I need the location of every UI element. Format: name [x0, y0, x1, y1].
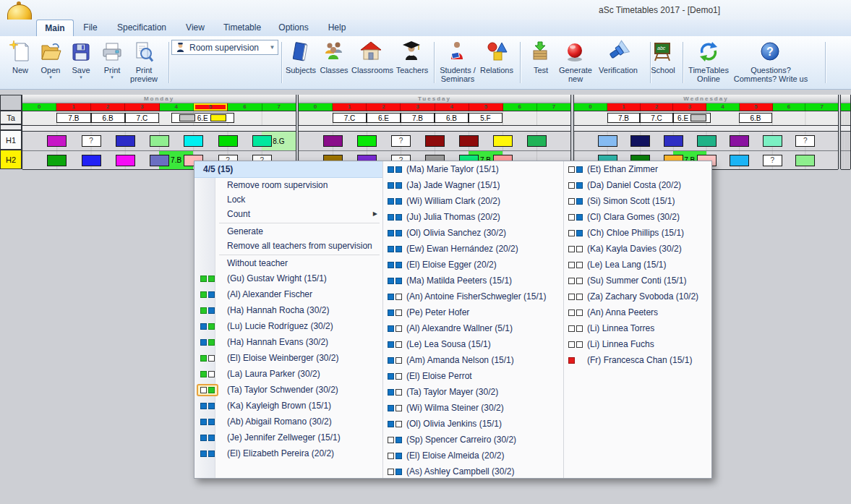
duty-box[interactable]	[697, 135, 717, 147]
duty-box[interactable]	[795, 155, 815, 166]
period-header-cell[interactable]: 0	[574, 103, 607, 111]
teacher-menu-item[interactable]: (As) Ashley Campbell (30/2)	[383, 464, 563, 478]
duty-box[interactable]	[763, 135, 782, 147]
duty-box[interactable]	[598, 135, 617, 147]
teacher-menu-item[interactable]: (Ka) Kayleigh Brown (15/1)	[194, 398, 382, 414]
relations-button[interactable]: Relations	[480, 39, 513, 74]
period-header-cell[interactable]: 0	[22, 103, 56, 111]
teacher-menu-item[interactable]: (Si) Simon Scott (15/1)	[564, 193, 713, 209]
duty-box[interactable]	[493, 135, 513, 147]
classroom-cell[interactable]: 7.C	[333, 113, 367, 123]
teacher-menu-item[interactable]: (Ta) Taylor Mayer (30/2)	[383, 384, 563, 400]
period-header-cell[interactable]: 3	[673, 103, 706, 111]
classes-button[interactable]: Classes	[318, 39, 350, 74]
classroom-swatch[interactable]	[210, 114, 226, 121]
tab-specification[interactable]: Specification	[108, 20, 175, 35]
classroom-swatch[interactable]	[179, 114, 195, 121]
menu-item-generate[interactable]: Generate	[194, 224, 382, 239]
open-button[interactable]: Open ▾	[36, 39, 65, 80]
duty-box-unknown[interactable]: ?	[391, 135, 411, 147]
teacher-menu-item[interactable]: (Ch) Chloe Phillips (15/1)	[564, 225, 713, 241]
test-button[interactable]: Test	[526, 39, 555, 74]
save-dropdown-arrow-icon[interactable]: ▾	[67, 74, 95, 80]
teacher-menu-item[interactable]: (Ja) Jade Wagner (15/1)	[383, 177, 563, 193]
school-button[interactable]: abc School	[645, 39, 681, 74]
duty-box[interactable]	[116, 155, 135, 166]
classroom-cell[interactable]: 6.B	[739, 113, 772, 123]
duty-box[interactable]	[630, 135, 650, 147]
classroom-cell[interactable]: 6.E	[673, 113, 711, 123]
duty-box[interactable]	[47, 135, 67, 147]
period-header-cell[interactable]: 1	[56, 103, 90, 111]
period-header-cell[interactable]: 2	[641, 103, 674, 111]
duty-box-unknown[interactable]: ?	[82, 135, 101, 147]
teacher-menu-item[interactable]: (Ol) Olivia Sanchez (30/2)	[383, 225, 563, 241]
teacher-menu-item[interactable]: (Am) Amanda Nelson (15/1)	[383, 352, 563, 368]
period-header-cell[interactable]: 7	[262, 103, 296, 111]
context-menu-header[interactable]: 4/5 (15)	[194, 161, 382, 178]
duty-box[interactable]	[730, 155, 749, 166]
tab-main[interactable]: Main	[36, 20, 74, 37]
teacher-menu-item[interactable]: (Su) Summer Conti (15/1)	[564, 273, 713, 289]
tab-options[interactable]: Options	[270, 20, 317, 35]
teacher-menu-item[interactable]: (Fr) Francesca Chan (15/1)	[564, 352, 713, 368]
period-header-cell[interactable]: 4	[706, 103, 740, 111]
classroom-cell[interactable]: 6.E	[367, 113, 401, 123]
classroom-cell[interactable]: 7.B	[607, 113, 641, 123]
duty-box[interactable]	[252, 135, 272, 147]
teacher-menu-item[interactable]: (Za) Zachary Svoboda (10/2)	[564, 289, 713, 304]
teacher-menu-item[interactable]: (Ew) Ewan Hernández (20/2)	[383, 241, 563, 257]
period-header-cell[interactable]: 0	[299, 103, 333, 111]
teacher-menu-item[interactable]: (Pe) Peter Hofer	[383, 304, 563, 320]
teacher-menu-item[interactable]: (Le) Lea Sousa (15/1)	[383, 336, 563, 352]
duty-box[interactable]	[664, 135, 683, 147]
teacher-menu-item[interactable]: (An) Anna Peeters	[564, 304, 713, 320]
period-header-cell[interactable]: 6	[228, 103, 262, 111]
duty-box[interactable]	[527, 135, 547, 147]
generate-new-button[interactable]: Generate new	[557, 39, 594, 83]
teacher-menu-item[interactable]: (Wi) Wilma Steiner (30/2)	[383, 400, 563, 416]
period-header-cell[interactable]: 7	[805, 103, 838, 111]
teacher-menu-item[interactable]: (Cl) Clara Gomes (30/2)	[564, 209, 713, 225]
classroom-cell[interactable]: 7.B	[401, 113, 435, 123]
timetables-online-button[interactable]: TimeTables Online	[685, 39, 732, 83]
menu-item-without-teacher[interactable]: Without teacher	[194, 256, 382, 270]
teacher-menu-item[interactable]: (Wi) William Clark (20/2)	[383, 193, 563, 209]
teacher-menu-item[interactable]: (Da) Daniel Costa (20/2)	[564, 177, 713, 193]
print-button[interactable]: Print ▾	[97, 39, 127, 80]
print-dropdown-arrow-icon[interactable]: ▾	[97, 74, 127, 80]
menu-item-remove-room-supervision[interactable]: Remove room supervision	[194, 178, 382, 192]
teacher-menu-item[interactable]: (El) Eloise Weinberger (30/2)	[194, 350, 382, 366]
duty-box[interactable]	[150, 155, 169, 166]
period-header-cell[interactable]: 5	[469, 103, 503, 111]
period-header-cell[interactable]: 3	[125, 103, 159, 111]
teacher-menu-item[interactable]: (Le) Lea Lang (15/1)	[564, 257, 713, 273]
save-button[interactable]: Save ▾	[67, 39, 95, 80]
tab-file[interactable]: File	[74, 20, 107, 35]
duty-box[interactable]	[730, 135, 749, 147]
menu-item-count[interactable]: Count▶	[194, 207, 382, 221]
teacher-menu-item[interactable]: (La) Laura Parker (30/2)	[194, 366, 382, 382]
teacher-menu-item[interactable]: (An) Antoine FisherSchwegler (15/1)	[383, 289, 563, 304]
period-header-cell-selected[interactable]: 5	[194, 103, 228, 111]
classroom-cell[interactable]: 5.F	[469, 113, 503, 123]
tab-view[interactable]: View	[176, 20, 214, 35]
duty-box[interactable]	[184, 135, 203, 147]
menu-item-lock[interactable]: Lock	[194, 192, 382, 207]
period-header-cell[interactable]: 4	[160, 103, 194, 111]
teacher-menu-item[interactable]: (Al) Alexander Fischer	[194, 286, 382, 302]
teacher-menu-item[interactable]: (Ma) Matilda Peeters (15/1)	[383, 273, 563, 289]
period-header-cell[interactable]: 6	[503, 103, 537, 111]
period-header-cell[interactable]	[841, 103, 850, 111]
classroom-cell[interactable]: 7.C	[125, 113, 159, 123]
duty-box[interactable]	[82, 155, 101, 166]
teacher-menu-item[interactable]: (El) Eloise Almeida (20/2)	[383, 448, 563, 464]
classroom-cell[interactable]: 7.C	[640, 113, 673, 123]
duty-box[interactable]	[459, 135, 479, 147]
duty-box[interactable]	[357, 135, 377, 147]
tab-timetable[interactable]: Timetable	[215, 20, 269, 35]
duty-box-unknown[interactable]: ?	[763, 155, 782, 166]
teacher-menu-item[interactable]: (Ol) Olivia Jenkins (15/1)	[383, 416, 563, 432]
teacher-menu-item[interactable]: (Ha) Hannah Evans (30/2)	[194, 334, 382, 350]
tab-help[interactable]: Help	[318, 20, 356, 35]
